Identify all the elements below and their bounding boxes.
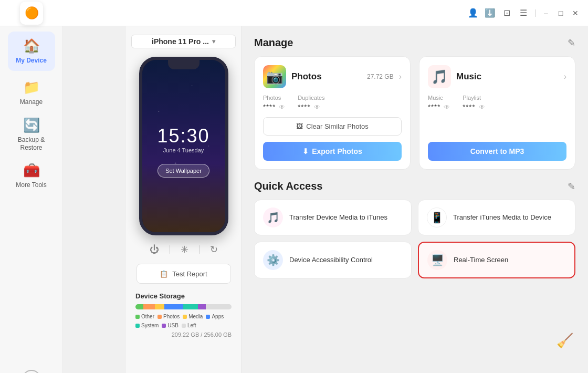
tools-icon: 🧰 — [23, 162, 40, 179]
photos-chevron-icon[interactable]: › — [399, 72, 402, 81]
legend-system: System — [135, 323, 159, 328]
test-report-label: Test Report — [172, 270, 207, 278]
report-icon: 📋 — [160, 270, 168, 278]
device-selector[interactable]: iPhone 11 Pro ... ▾ — [131, 35, 236, 48]
app-logo: 🟠 — [0, 0, 63, 26]
qa-item-accessibility[interactable]: ⚙️ Device Accessibility Control — [254, 242, 412, 278]
stat-playlist: Playlist **** 👁 — [463, 95, 485, 111]
sidebar-item-label: Manage — [20, 98, 43, 106]
photos-icon: 📷 — [263, 65, 286, 88]
stat-duplicates: Duplicates **** 👁 — [298, 95, 324, 111]
screen-icon: 🖥️ — [427, 250, 447, 270]
qa-label: Transfer iTunes Media to Device — [453, 213, 551, 222]
storage-legend: Other Photos Media Apps System — [135, 314, 232, 328]
menu-icon[interactable]: ☰ — [518, 8, 529, 18]
legend-dot-apps — [206, 315, 210, 319]
control-separator — [199, 245, 200, 254]
legend-dot-usb — [162, 324, 166, 328]
sidebar-item-manage[interactable]: 📁 Manage — [8, 73, 55, 112]
help-button[interactable]: ? — [22, 370, 41, 373]
manage-section: Manage ✎ 📷 Photos 27.72 GB › Photos — [254, 37, 575, 170]
eye-icon[interactable]: 👁 — [314, 103, 320, 111]
user-icon[interactable]: 👤 — [468, 8, 478, 18]
scan-icon[interactable]: ⊡ — [501, 8, 512, 18]
eye-icon[interactable]: 👁 — [444, 103, 450, 111]
storage-segment-apps — [164, 304, 184, 309]
qa-label: Real-Time Screen — [454, 256, 508, 265]
export-photos-button[interactable]: ⬇ Export Photos — [263, 142, 402, 161]
export-icon: ⬇ — [302, 147, 309, 156]
phone-screen: 15:30 June 4 Tuesday Set Wallpaper — [142, 60, 225, 232]
legend-dot-media — [183, 315, 187, 319]
legend-photos: Photos — [158, 314, 180, 319]
titlebar: 🟠 👤 ⬇️ ⊡ ☰ – □ ✕ — [0, 0, 588, 26]
legend-apps: Apps — [206, 314, 224, 319]
storage-title: Device Storage — [135, 292, 232, 300]
qa-label: Transfer Device Media to iTunes — [289, 213, 387, 222]
manage-title: Manage — [254, 37, 293, 49]
music-stats: Music **** 👁 Playlist **** 👁 — [428, 95, 566, 111]
qa-item-real-time-screen[interactable]: 🖥️ Real-Time Screen — [418, 242, 575, 278]
photos-stats: Photos **** 👁 Duplicates **** 👁 — [263, 95, 402, 111]
photos-card: 📷 Photos 27.72 GB › Photos **** 👁 — [254, 56, 411, 170]
music-title: Music — [456, 71, 559, 82]
legend-other: Other — [135, 314, 154, 319]
legend-dot-photos — [158, 315, 162, 319]
edit-icon[interactable]: ✎ — [568, 37, 575, 49]
quick-access-section: Quick Access ✎ 🎵 Transfer Device Media t… — [254, 180, 575, 278]
manage-cards: 📷 Photos 27.72 GB › Photos **** 👁 — [254, 56, 575, 170]
quick-access-title: Quick Access — [254, 180, 322, 192]
sidebar-item-my-device[interactable]: 🏠 My Device — [8, 32, 55, 71]
right-content: Manage ✎ 📷 Photos 27.72 GB › Photos — [242, 26, 588, 373]
sidebar: 🏠 My Device 📁 Manage 🔄 Backup &Restore 🧰… — [0, 26, 63, 373]
stat-music: Music **** 👁 — [428, 95, 450, 111]
music-card: 🎵 Music › Music **** 👁 — [419, 56, 575, 170]
device-controls: ⏻ ✳ ↻ — [150, 244, 218, 255]
home-icon: 🏠 — [23, 38, 40, 54]
set-wallpaper-button[interactable]: Set Wallpaper — [158, 164, 209, 178]
storage-segment-media — [155, 304, 164, 309]
edit-quick-access-icon[interactable]: ✎ — [568, 181, 575, 192]
iphone-icon: 📱 — [427, 208, 447, 227]
close-button[interactable]: ✕ — [571, 9, 580, 17]
power-icon[interactable]: ⏻ — [150, 244, 159, 255]
clear-similar-photos-button[interactable]: 🖼 Clear Similar Photos — [263, 117, 402, 136]
maximize-button[interactable]: □ — [556, 9, 565, 17]
download-icon[interactable]: ⬇️ — [485, 8, 495, 18]
phone-time: 15:30 — [157, 125, 209, 147]
stat-photos: Photos **** 👁 — [263, 95, 285, 111]
sidebar-item-label: More Tools — [16, 181, 46, 189]
storage-section: Device Storage Other Photos — [131, 292, 236, 338]
sidebar-item-backup[interactable]: 🔄 Backup &Restore — [8, 115, 55, 154]
quick-access-header: Quick Access ✎ — [254, 180, 575, 192]
legend-dot-system — [135, 324, 140, 328]
clear-icon: 🖼 — [296, 122, 303, 130]
eye-icon[interactable]: 👁 — [479, 103, 485, 111]
qa-item-transfer-from-itunes[interactable]: 📱 Transfer iTunes Media to Device — [418, 200, 575, 235]
qa-item-transfer-to-itunes[interactable]: 🎵 Transfer Device Media to iTunes — [254, 200, 412, 235]
legend-media: Media — [183, 314, 203, 319]
clean-tool-icon[interactable]: 🧹 — [556, 333, 573, 349]
quick-access-grid: 🎵 Transfer Device Media to iTunes 📱 Tran… — [254, 200, 575, 278]
test-report-button[interactable]: 📋 Test Report — [136, 264, 231, 284]
accessibility-icon: ⚙️ — [263, 250, 283, 270]
storage-segment-left — [206, 304, 232, 309]
minimize-button[interactable]: – — [542, 9, 550, 17]
refresh-icon[interactable]: ↻ — [210, 244, 218, 255]
logo-icon: 🟠 — [20, 2, 43, 25]
storage-segment-photos — [143, 304, 155, 309]
sidebar-item-more-tools[interactable]: 🧰 More Tools — [8, 156, 55, 195]
storage-total: 209.22 GB / 256.00 GB — [135, 331, 232, 338]
legend-usb: USB — [162, 323, 178, 328]
music-chevron-icon[interactable]: › — [564, 72, 566, 81]
legend-dot-other — [135, 315, 140, 319]
titlebar-separator — [535, 9, 536, 17]
phone-date: June 4 Tuesday — [163, 147, 204, 153]
device-name: iPhone 11 Pro ... — [152, 37, 209, 46]
brightness-icon[interactable]: ✳ — [181, 244, 188, 255]
eye-icon[interactable]: 👁 — [279, 103, 285, 111]
manage-header: Manage ✎ — [254, 37, 575, 49]
storage-segment-usb — [198, 304, 206, 309]
folder-icon: 📁 — [23, 79, 40, 96]
convert-to-mp3-button[interactable]: Convert to MP3 — [428, 142, 566, 161]
